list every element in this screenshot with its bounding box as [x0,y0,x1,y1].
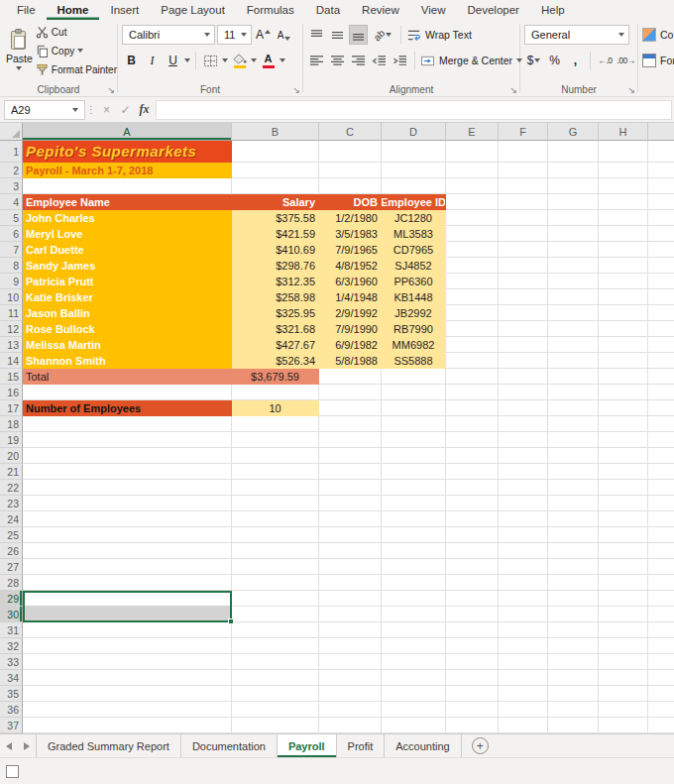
cell-overflow-19[interactable] [648,432,674,448]
cell-c37[interactable] [319,718,382,733]
cell-e13[interactable] [446,337,499,353]
cell-a15[interactable]: Total [23,369,232,385]
cell-g25[interactable] [548,527,599,543]
cell-overflow-7[interactable] [648,242,674,258]
cell-c4[interactable]: DOB [319,194,382,210]
cell-d19[interactable] [382,432,446,448]
sheet-nav-right-button[interactable] [18,734,36,757]
cell-e24[interactable] [446,511,499,527]
cell-f19[interactable] [499,432,548,448]
name-box[interactable]: A29 [4,100,85,120]
cell-f30[interactable] [499,607,548,622]
cell-b15[interactable]: $3,679.59 [232,369,319,385]
cell-f21[interactable] [499,464,548,480]
cell-g7[interactable] [548,242,599,258]
cell-overflow-8[interactable] [648,258,674,274]
cell-e16[interactable] [446,385,499,400]
row-header-24[interactable]: 24 [0,511,23,527]
sheet-tab-graded-summary-report[interactable]: Graded Summary Report [36,734,181,757]
column-header-c[interactable]: C [319,123,382,141]
cell-g29[interactable] [548,591,599,607]
cell-c21[interactable] [319,464,382,480]
cancel-button[interactable]: × [97,100,116,120]
cell-g27[interactable] [548,559,599,575]
cell-d18[interactable] [382,416,446,432]
cell-overflow-17[interactable] [648,400,674,416]
cell-d1[interactable] [382,141,446,163]
column-header-e[interactable]: E [446,123,499,141]
cell-overflow-1[interactable] [648,141,674,163]
cell-a4[interactable]: Employee Name [23,194,232,210]
cell-c18[interactable] [319,416,382,432]
cell-b17[interactable]: 10 [232,400,319,416]
cell-e9[interactable] [446,274,499,289]
cell-d21[interactable] [382,464,446,480]
cell-f20[interactable] [499,448,548,464]
cell-f1[interactable] [499,141,548,163]
format-painter-button[interactable]: Format Painter [36,60,117,78]
ribbon-tab-data[interactable]: Data [305,0,351,20]
cell-c19[interactable] [319,432,382,448]
cell-e5[interactable] [446,210,499,226]
cell-d36[interactable] [382,702,446,718]
cell-overflow-37[interactable] [648,718,674,733]
cell-a10[interactable]: Katie Brisker [23,289,232,305]
cell-d3[interactable] [382,178,446,194]
cell-b8[interactable]: $298.76 [232,258,319,274]
cell-a13[interactable]: Melissa Martin [23,337,232,353]
font-dialog-launcher[interactable]: ↘ [292,86,300,95]
cell-e8[interactable] [446,258,499,274]
number-format-select[interactable]: General [524,25,629,45]
cell-e25[interactable] [446,527,499,543]
cell-e11[interactable] [446,305,499,321]
cell-f9[interactable] [499,274,548,289]
cell-h28[interactable] [599,575,648,591]
cell-h32[interactable] [599,638,648,654]
cell-h16[interactable] [599,385,648,400]
row-header-36[interactable]: 36 [0,702,23,718]
cell-c13[interactable]: 6/9/1982 [319,337,382,353]
row-header-25[interactable]: 25 [0,527,23,543]
cell-b3[interactable] [232,178,319,194]
cell-f34[interactable] [499,670,548,686]
row-header-12[interactable]: 12 [0,321,23,337]
cell-e36[interactable] [446,702,499,718]
cell-h17[interactable] [599,400,648,416]
cell-f28[interactable] [499,575,548,591]
italic-button[interactable]: I [143,51,162,70]
cell-d24[interactable] [382,511,446,527]
cell-e21[interactable] [446,464,499,480]
cell-e31[interactable] [446,622,499,638]
cell-a18[interactable] [23,416,232,432]
cell-c25[interactable] [319,527,382,543]
cell-h26[interactable] [599,543,648,559]
cell-g2[interactable] [548,163,599,178]
cell-a9[interactable]: Patricia Prutt [23,274,232,289]
cell-b26[interactable] [232,543,319,559]
cell-c10[interactable]: 1/4/1948 [319,289,382,305]
font-size-select[interactable]: 11 [217,25,252,45]
ribbon-tab-help[interactable]: Help [530,0,576,20]
cell-a21[interactable] [23,464,232,480]
cell-a20[interactable] [23,448,232,464]
cell-overflow-14[interactable] [648,353,674,369]
fill-color-button[interactable] [230,51,249,70]
cell-a1[interactable]: Pepito's Supermarkets [23,141,232,163]
cell-g19[interactable] [548,432,599,448]
cell-c11[interactable]: 2/9/1992 [319,305,382,321]
sheet-tab-profit[interactable]: Profit [337,734,386,757]
cell-c36[interactable] [319,702,382,718]
cell-c20[interactable] [319,448,382,464]
cell-b28[interactable] [232,575,319,591]
row-header-7[interactable]: 7 [0,242,23,258]
cell-a12[interactable]: Rose Bullock [23,321,232,337]
cell-c16[interactable] [319,385,382,400]
cell-overflow-23[interactable] [648,496,674,511]
cell-overflow-13[interactable] [648,337,674,353]
cell-d27[interactable] [382,559,446,575]
row-header-11[interactable]: 11 [0,305,23,321]
borders-dropdown-icon[interactable] [222,58,228,62]
cell-f27[interactable] [499,559,548,575]
cell-g31[interactable] [548,622,599,638]
cell-d28[interactable] [382,575,446,591]
